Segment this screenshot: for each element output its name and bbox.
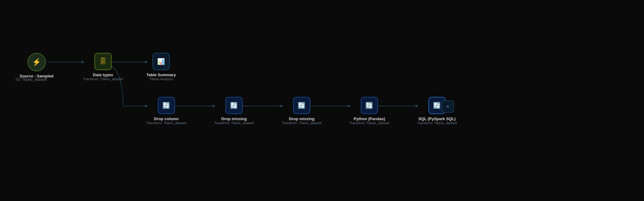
datatypes-icon-container[interactable]: 🗄 bbox=[94, 53, 112, 70]
dropmissing1-node[interactable]: 🔄 Drop missing Transform: Titanic_datase… bbox=[214, 97, 254, 125]
dropmissing2-label: Drop missing Transform: Titanic_dataset bbox=[282, 116, 322, 125]
tablesummary-icon: 📊 bbox=[157, 58, 165, 65]
datatypes-title: Data types bbox=[83, 73, 123, 77]
dropmissing2-title: Drop missing bbox=[282, 116, 322, 121]
dropcolumn-subtitle: Transform: Titanic_dataset bbox=[146, 121, 186, 125]
source-subtitle: S3: Titanic_dataset bbox=[15, 77, 47, 82]
dropmissing2-subtitle: Transform: Titanic_dataset bbox=[282, 121, 322, 125]
python-icon: 🔄 bbox=[365, 102, 373, 109]
python-icon-container[interactable]: 🔄 bbox=[361, 97, 378, 114]
datatypes-node[interactable]: 🗄 Data types Transform: Titanic_dataset bbox=[83, 53, 123, 81]
python-title: Python (Pandas) bbox=[349, 116, 389, 121]
dropmissing1-label: Drop missing Transform: Titanic_dataset bbox=[214, 116, 254, 125]
dropmissing1-subtitle: Transform: Titanic_dataset bbox=[214, 121, 254, 125]
dropcolumn-node[interactable]: 🔄 Drop column Transform: Titanic_dataset bbox=[146, 97, 186, 125]
dropcolumn-icon-container[interactable]: 🔄 bbox=[158, 97, 175, 114]
dropcolumn-title: Drop column bbox=[146, 116, 186, 121]
dropmissing2-node[interactable]: 🔄 Drop missing Transform: Titanic_datase… bbox=[282, 97, 322, 125]
source-node[interactable]: ⚡ Source - Sampled bbox=[20, 53, 54, 78]
plus-icon: + bbox=[446, 104, 450, 110]
sql-title: SQL (PySpark SQL) bbox=[417, 116, 457, 121]
datatypes-subtitle: Transform: Titanic_dataset bbox=[83, 77, 123, 81]
add-icon-container[interactable]: + bbox=[442, 100, 454, 113]
tablesummary-subtitle: Titanic-Analysis bbox=[146, 77, 176, 81]
tablesummary-title: Table Summary bbox=[146, 73, 176, 77]
python-subtitle: Transform: Titanic_dataset bbox=[349, 121, 389, 125]
connection-lines bbox=[0, 0, 644, 201]
sql-label: SQL (PySpark SQL) Transform: Titanic_dat… bbox=[417, 116, 457, 125]
python-label: Python (Pandas) Transform: Titanic_datas… bbox=[349, 116, 389, 125]
tablesummary-icon-container[interactable]: 📊 bbox=[153, 53, 170, 70]
source-icon-container[interactable]: ⚡ bbox=[27, 53, 46, 71]
dropmissing1-icon: 🔄 bbox=[230, 102, 238, 109]
tablesummary-label: Table Summary Titanic-Analysis bbox=[146, 73, 176, 81]
dropmissing1-icon-container[interactable]: 🔄 bbox=[225, 97, 243, 114]
add-node[interactable]: + bbox=[442, 100, 454, 113]
pipeline-canvas: ⚡ Source - Sampled S3: Titanic_dataset 🗄… bbox=[0, 0, 644, 201]
datatypes-icon: 🗄 bbox=[100, 57, 106, 65]
dropcolumn-label: Drop column Transform: Titanic_dataset bbox=[146, 116, 186, 125]
tablesummary-node[interactable]: 📊 Table Summary Titanic-Analysis bbox=[146, 53, 176, 81]
sql-subtitle: Transform: Titanic_dataset bbox=[417, 121, 457, 125]
dropcolumn-icon: 🔄 bbox=[162, 102, 170, 109]
dropmissing1-title: Drop missing bbox=[214, 116, 254, 121]
datatypes-label: Data types Transform: Titanic_dataset bbox=[83, 73, 123, 81]
dropmissing2-icon: 🔄 bbox=[298, 102, 305, 109]
dropmissing2-icon-container[interactable]: 🔄 bbox=[293, 97, 310, 114]
sql-icon: 🔄 bbox=[433, 102, 441, 109]
source-icon: ⚡ bbox=[32, 58, 41, 66]
python-node[interactable]: 🔄 Python (Pandas) Transform: Titanic_dat… bbox=[349, 97, 389, 125]
